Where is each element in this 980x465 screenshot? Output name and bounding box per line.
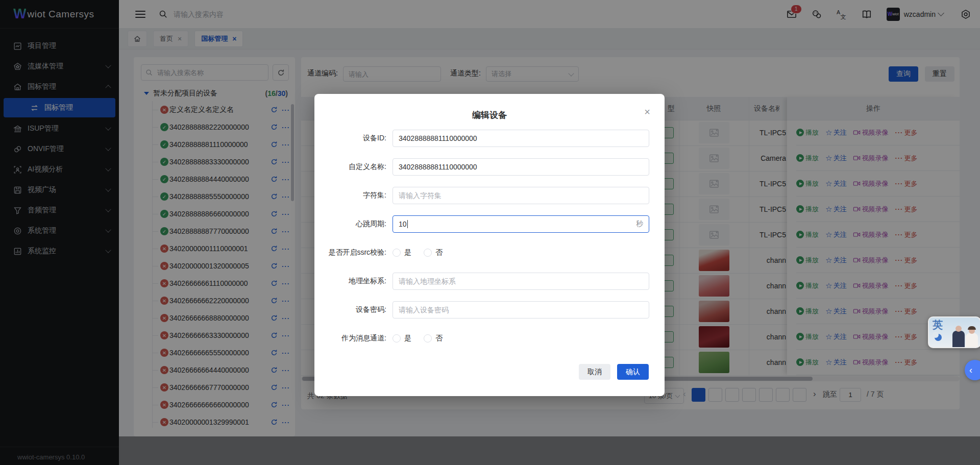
radio-icon bbox=[393, 249, 401, 257]
text-cursor bbox=[407, 220, 408, 228]
app-root: W wiot Camersys 项目管理 流媒体管理 国标管理 国标管理 ISU… bbox=[0, 0, 980, 465]
cancel-button[interactable]: 取消 bbox=[579, 364, 610, 380]
person-silhouette bbox=[966, 333, 978, 347]
heartbeat-field[interactable]: 10 秒 bbox=[393, 215, 649, 233]
ssrc-yes-radio[interactable]: 是 bbox=[393, 248, 411, 257]
radio-icon bbox=[393, 334, 401, 342]
radio-label: 是 bbox=[404, 334, 411, 343]
message-channel-label: 作为消息通道: bbox=[314, 334, 386, 343]
charset-field[interactable] bbox=[393, 187, 649, 204]
ime-icon bbox=[935, 334, 942, 341]
close-icon[interactable]: × bbox=[644, 106, 650, 118]
geo-field[interactable] bbox=[393, 273, 649, 290]
heartbeat-value: 10 bbox=[399, 220, 407, 228]
custom-name-field[interactable] bbox=[393, 158, 649, 176]
chevron-left-icon: ‹ bbox=[969, 365, 972, 376]
msg-channel-yes-radio[interactable]: 是 bbox=[393, 334, 411, 343]
radio-label: 否 bbox=[435, 248, 443, 257]
confirm-button[interactable]: 确认 bbox=[617, 364, 649, 380]
radio-icon bbox=[424, 334, 432, 342]
floating-video-preview[interactable]: 英 bbox=[928, 316, 980, 348]
device-id-field[interactable] bbox=[393, 130, 649, 147]
ssrc-no-radio[interactable]: 否 bbox=[424, 248, 443, 257]
ssrc-label: 是否开启ssrc校验: bbox=[314, 248, 386, 257]
dialog-title: 编辑设备 bbox=[314, 109, 665, 121]
ime-language-indicator: 英 bbox=[933, 318, 943, 332]
device-password-label: 设备密码: bbox=[314, 305, 386, 314]
geo-label: 地理坐标系: bbox=[314, 277, 386, 286]
device-password-field[interactable] bbox=[393, 301, 649, 319]
edit-device-dialog: 编辑设备 × 设备ID: 自定义名称: 字符集: 心跳周期: 10 秒 是否开启… bbox=[314, 94, 665, 396]
device-id-label: 设备ID: bbox=[314, 134, 386, 143]
radio-label: 是 bbox=[404, 248, 411, 257]
heartbeat-unit: 秒 bbox=[636, 219, 643, 229]
radio-label: 否 bbox=[435, 334, 443, 343]
custom-name-label: 自定义名称: bbox=[314, 162, 386, 172]
person-silhouette bbox=[952, 331, 965, 347]
charset-label: 字符集: bbox=[314, 191, 386, 200]
radio-icon bbox=[424, 249, 432, 257]
msg-channel-no-radio[interactable]: 否 bbox=[424, 334, 443, 343]
heartbeat-label: 心跳周期: bbox=[314, 219, 386, 229]
